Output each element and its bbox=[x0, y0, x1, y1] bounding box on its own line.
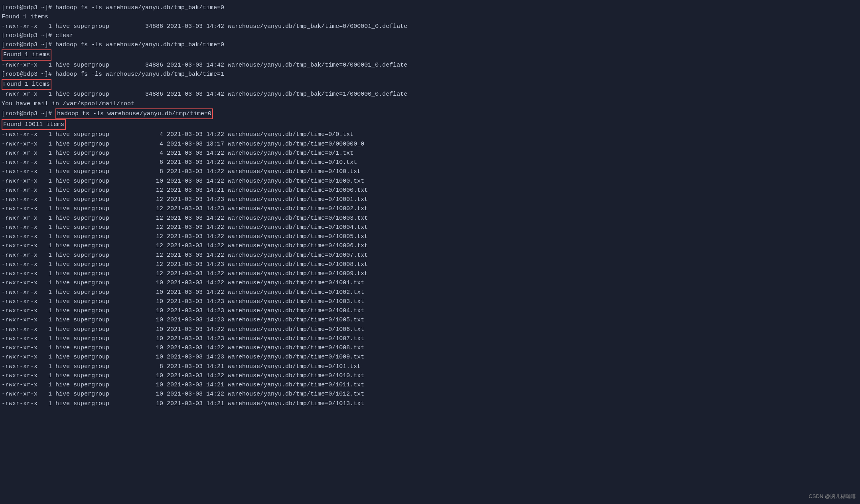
terminal-line: -rwxr-xr-x 1 hive supergroup 12 2021-03-… bbox=[2, 195, 858, 204]
terminal-line: -rwxr-xr-x 1 hive supergroup 10 2021-03-… bbox=[2, 390, 858, 399]
terminal-line: -rwxr-xr-x 1 hive supergroup 10 2021-03-… bbox=[2, 352, 858, 362]
terminal-line: -rwxr-xr-x 1 hive supergroup 10 2021-03-… bbox=[2, 399, 858, 408]
terminal-line: -rwxr-xr-x 1 hive supergroup 4 2021-03-0… bbox=[2, 130, 858, 139]
terminal-line: [root@bdp3 ~]# hadoop fs -ls warehouse/y… bbox=[2, 3, 858, 12]
terminal-line: -rwxr-xr-x 1 hive supergroup 12 2021-03-… bbox=[2, 241, 858, 250]
terminal-line: [root@bdp3 ~]# hadoop fs -ls warehouse/y… bbox=[2, 70, 858, 79]
terminal-line: -rwxr-xr-x 1 hive supergroup 12 2021-03-… bbox=[2, 232, 858, 241]
found-items-highlight: Found 10011 items bbox=[2, 119, 66, 130]
found-items-highlight: Found 1 items bbox=[2, 79, 51, 90]
terminal-line: -rwxr-xr-x 1 hive supergroup 10 2021-03-… bbox=[2, 380, 858, 390]
terminal-line: -rwxr-xr-x 1 hive supergroup 10 2021-03-… bbox=[2, 278, 858, 287]
terminal-line: -rwxr-xr-x 1 hive supergroup 12 2021-03-… bbox=[2, 251, 858, 260]
terminal-line: -rwxr-xr-x 1 hive supergroup 8 2021-03-0… bbox=[2, 167, 858, 176]
terminal-line: -rwxr-xr-x 1 hive supergroup 34886 2021-… bbox=[2, 22, 858, 31]
terminal-line: -rwxr-xr-x 1 hive supergroup 10 2021-03-… bbox=[2, 288, 858, 297]
command-highlight: hadoop fs -ls warehouse/yanyu.db/tmp/tim… bbox=[55, 108, 213, 119]
terminal-line: -rwxr-xr-x 1 hive supergroup 8 2021-03-0… bbox=[2, 362, 858, 371]
terminal-line: [root@bdp3 ~]# hadoop fs -ls warehouse/y… bbox=[2, 108, 858, 119]
terminal-line: -rwxr-xr-x 1 hive supergroup 12 2021-03-… bbox=[2, 214, 858, 223]
terminal-line: -rwxr-xr-x 1 hive supergroup 34886 2021-… bbox=[2, 90, 858, 99]
prompt: [root@bdp3 ~]# bbox=[2, 110, 55, 117]
terminal-line: -rwxr-xr-x 1 hive supergroup 10 2021-03-… bbox=[2, 177, 858, 186]
terminal-line: Found 1 items bbox=[2, 49, 858, 60]
terminal-line: -rwxr-xr-x 1 hive supergroup 10 2021-03-… bbox=[2, 306, 858, 315]
terminal-line: -rwxr-xr-x 1 hive supergroup 12 2021-03-… bbox=[2, 260, 858, 269]
terminal-line: -rwxr-xr-x 1 hive supergroup 10 2021-03-… bbox=[2, 297, 858, 306]
watermark: CSDN @脑儿糊咖啡 bbox=[809, 493, 856, 500]
terminal-line: Found 10011 items bbox=[2, 119, 858, 130]
terminal-line: -rwxr-xr-x 1 hive supergroup 10 2021-03-… bbox=[2, 334, 858, 343]
terminal-line: -rwxr-xr-x 1 hive supergroup 12 2021-03-… bbox=[2, 223, 858, 232]
terminal-line: [root@bdp3 ~]# hadoop fs -ls warehouse/y… bbox=[2, 40, 858, 49]
terminal-line: -rwxr-xr-x 1 hive supergroup 6 2021-03-0… bbox=[2, 158, 858, 167]
terminal-line: -rwxr-xr-x 1 hive supergroup 10 2021-03-… bbox=[2, 315, 858, 325]
terminal-line: -rwxr-xr-x 1 hive supergroup 10 2021-03-… bbox=[2, 343, 858, 352]
terminal-line: Found 1 items bbox=[2, 79, 858, 90]
terminal: [root@bdp3 ~]# hadoop fs -ls warehouse/y… bbox=[0, 0, 860, 504]
terminal-line: Found 1 items bbox=[2, 12, 858, 22]
terminal-line: -rwxr-xr-x 1 hive supergroup 12 2021-03-… bbox=[2, 186, 858, 195]
terminal-line: -rwxr-xr-x 1 hive supergroup 4 2021-03-0… bbox=[2, 140, 858, 149]
found-items-highlight: Found 1 items bbox=[2, 49, 51, 60]
terminal-line: -rwxr-xr-x 1 hive supergroup 34886 2021-… bbox=[2, 61, 858, 70]
terminal-line: You have mail in /var/spool/mail/root bbox=[2, 99, 858, 108]
terminal-line: -rwxr-xr-x 1 hive supergroup 10 2021-03-… bbox=[2, 325, 858, 334]
terminal-line: -rwxr-xr-x 1 hive supergroup 12 2021-03-… bbox=[2, 269, 858, 278]
terminal-line: -rwxr-xr-x 1 hive supergroup 10 2021-03-… bbox=[2, 371, 858, 380]
terminal-line: -rwxr-xr-x 1 hive supergroup 4 2021-03-0… bbox=[2, 149, 858, 158]
terminal-line: [root@bdp3 ~]# clear bbox=[2, 31, 858, 40]
terminal-line: -rwxr-xr-x 1 hive supergroup 12 2021-03-… bbox=[2, 204, 858, 213]
